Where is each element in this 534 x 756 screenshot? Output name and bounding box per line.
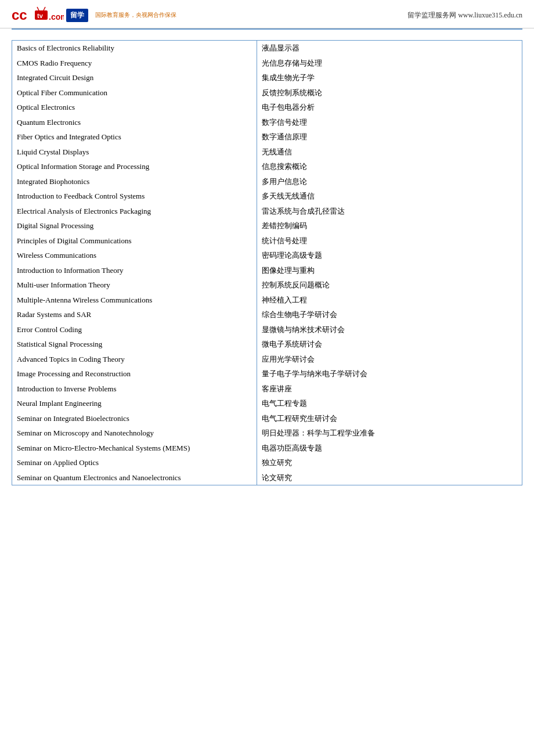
table-row: Introduction to Information Theory图像处理与重… (12, 263, 522, 278)
slogan: 国际教育服务，央视网合作保保 (95, 11, 176, 19)
course-zh-cell: 无线通信 (257, 145, 522, 160)
cctv-logo-svg: cc tv .com (12, 5, 64, 26)
course-zh-cell: 应用光学研讨会 (257, 352, 522, 367)
table-row: Error Control Coding显微镜与纳米技术研讨会 (12, 322, 522, 337)
course-en-cell: CMOS Radio Frequency (12, 56, 257, 71)
course-en-cell: Fiber Optics and Integrated Optics (12, 129, 257, 145)
course-zh-cell: 论文研究 (257, 470, 522, 485)
course-zh-cell: 电子包电器分析 (257, 100, 522, 115)
table-row: Neural Implant Engineering电气工程专题 (12, 396, 522, 411)
course-en-cell: Multiple-Antenna Wireless Communications (12, 293, 257, 308)
table-row: Introduction to Inverse Problems客座讲座 (12, 381, 522, 397)
table-row: Seminar on Applied Optics独立研究 (12, 455, 522, 470)
course-en-cell: Principles of Digital Communications (12, 233, 257, 249)
course-zh-cell: 信息搜索概论 (257, 159, 522, 174)
main-content: Basics of Electronics Reliability液晶显示器CM… (0, 30, 534, 491)
table-row: Introduction to Feedback Control Systems… (12, 189, 522, 204)
table-row: Seminar on Microscopy and Nanotechnology… (12, 426, 522, 441)
course-zh-cell: 独立研究 (257, 455, 522, 470)
course-en-cell: Integrated Biophotonics (12, 174, 257, 189)
course-zh-cell: 神经植入工程 (257, 293, 522, 308)
course-en-cell: Seminar on Micro-Electro-Mechanical Syst… (12, 441, 257, 456)
courses-table: Basics of Electronics Reliability液晶显示器CM… (12, 41, 522, 485)
table-row: Liquid Crystal Displays无线通信 (12, 145, 522, 160)
course-en-cell: Seminar on Applied Optics (12, 455, 257, 470)
course-zh-cell: 电气工程专题 (257, 396, 522, 411)
course-en-cell: Radar Systems and SAR (12, 307, 257, 322)
table-row: Fiber Optics and Integrated Optics数字通信原理 (12, 129, 522, 145)
course-en-cell: Image Processing and Reconstruction (12, 366, 257, 381)
table-row: Statistical Signal Processing微电子系统研讨会 (12, 337, 522, 352)
course-zh-cell: 电气工程研究生研讨会 (257, 411, 522, 426)
table-row: Optical Information Storage and Processi… (12, 159, 522, 174)
page-header: cc tv .com 留学 国际教育服务，央视网合作保保 留学监理服务网 www… (0, 0, 534, 28)
table-row: Integrated Biophotonics多用户信息论 (12, 174, 522, 189)
course-en-cell: Optical Electronics (12, 100, 257, 115)
svg-line-3 (37, 7, 39, 10)
table-row: Seminar on Quantum Electronics and Nanoe… (12, 470, 522, 485)
table-row: Optical Electronics电子包电器分析 (12, 100, 522, 115)
table-row: CMOS Radio Frequency光信息存储与处理 (12, 56, 522, 71)
table-row: Digital Signal Processing差错控制编码 (12, 218, 522, 233)
course-en-cell: Digital Signal Processing (12, 218, 257, 233)
course-zh-cell: 密码理论高级专题 (257, 248, 522, 263)
svg-text:.com: .com (49, 12, 64, 21)
service-info: 留学监理服务网 www.liuxue315.edu.cn (407, 10, 522, 20)
course-en-cell: Electrical Analysis of Electronics Packa… (12, 204, 257, 219)
course-en-cell: Statistical Signal Processing (12, 337, 257, 352)
table-row: Integrated Circuit Design集成生物光子学 (12, 70, 522, 85)
course-zh-cell: 综合生物电子学研讨会 (257, 307, 522, 322)
course-zh-cell: 集成生物光子学 (257, 70, 522, 85)
table-row: Electrical Analysis of Electronics Packa… (12, 204, 522, 219)
table-row: Image Processing and Reconstruction量子电子学… (12, 366, 522, 381)
course-en-cell: Introduction to Information Theory (12, 263, 257, 278)
table-row: Multi-user Information Theory控制系统反问题概论 (12, 278, 522, 293)
course-en-cell: Seminar on Integrated Bioelectronics (12, 411, 257, 426)
course-en-cell: Integrated Circuit Design (12, 70, 257, 85)
course-zh-cell: 液晶显示器 (257, 41, 522, 56)
table-row: Advanced Topics in Coding Theory应用光学研讨会 (12, 352, 522, 367)
liuxue-logo: 留学 (66, 9, 88, 22)
course-en-cell: Basics of Electronics Reliability (12, 41, 257, 56)
table-row: Multiple-Antenna Wireless Communications… (12, 293, 522, 308)
svg-text:tv: tv (37, 12, 44, 19)
course-en-cell: Optical Fiber Communication (12, 85, 257, 100)
course-en-cell: Seminar on Quantum Electronics and Nanoe… (12, 470, 257, 485)
course-zh-cell: 多天线无线通信 (257, 189, 522, 204)
course-zh-cell: 图像处理与重构 (257, 263, 522, 278)
table-row: Principles of Digital Communications统计信号… (12, 233, 522, 249)
course-zh-cell: 量子电子学与纳米电子学研讨会 (257, 366, 522, 381)
course-zh-cell: 电器功臣高级专题 (257, 441, 522, 456)
course-zh-cell: 多用户信息论 (257, 174, 522, 189)
course-zh-cell: 明日处理器：科学与工程学业准备 (257, 426, 522, 441)
table-row: Wireless Communications密码理论高级专题 (12, 248, 522, 263)
course-zh-cell: 雷达系统与合成孔径雷达 (257, 204, 522, 219)
course-zh-cell: 控制系统反问题概论 (257, 278, 522, 293)
course-en-cell: Introduction to Feedback Control Systems (12, 189, 257, 204)
course-zh-cell: 显微镜与纳米技术研讨会 (257, 322, 522, 337)
table-row: Radar Systems and SAR综合生物电子学研讨会 (12, 307, 522, 322)
course-en-cell: Introduction to Inverse Problems (12, 381, 257, 397)
logo-area: cc tv .com 留学 国际教育服务，央视网合作保保 (12, 5, 176, 26)
course-en-cell: Wireless Communications (12, 248, 257, 263)
course-zh-cell: 数字通信原理 (257, 129, 522, 145)
course-zh-cell: 微电子系统研讨会 (257, 337, 522, 352)
svg-text:cc: cc (12, 7, 27, 23)
course-zh-cell: 客座讲座 (257, 381, 522, 397)
course-en-cell: Quantum Electronics (12, 115, 257, 130)
course-en-cell: Seminar on Microscopy and Nanotechnology (12, 426, 257, 441)
table-row: Quantum Electronics数字信号处理 (12, 115, 522, 130)
course-zh-cell: 统计信号处理 (257, 233, 522, 249)
table-row: Basics of Electronics Reliability液晶显示器 (12, 41, 522, 56)
table-row: Optical Fiber Communication反馈控制系统概论 (12, 85, 522, 100)
table-row: Seminar on Integrated Bioelectronics电气工程… (12, 411, 522, 426)
course-zh-cell: 数字信号处理 (257, 115, 522, 130)
course-zh-cell: 反馈控制系统概论 (257, 85, 522, 100)
table-row: Seminar on Micro-Electro-Mechanical Syst… (12, 441, 522, 456)
svg-line-4 (44, 7, 45, 10)
course-en-cell: Error Control Coding (12, 322, 257, 337)
course-en-cell: Optical Information Storage and Processi… (12, 159, 257, 174)
course-zh-cell: 差错控制编码 (257, 218, 522, 233)
course-en-cell: Liquid Crystal Displays (12, 145, 257, 160)
courses-table-container: Basics of Electronics Reliability液晶显示器CM… (12, 40, 522, 485)
